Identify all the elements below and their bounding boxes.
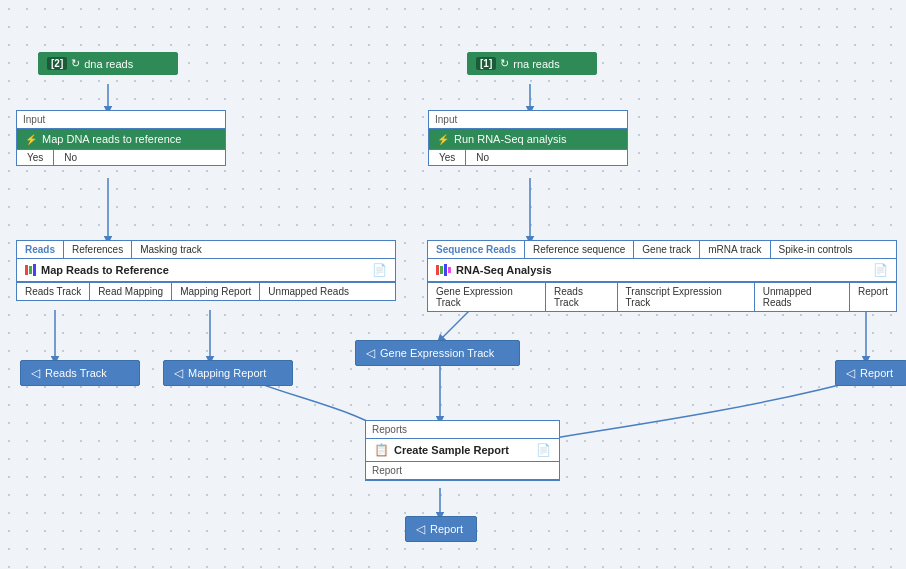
rna-output-tab-gene-expression[interactable]: Gene Expression Track <box>428 283 546 311</box>
rna-seq-box: Sequence Reads Reference sequence Gene t… <box>427 240 897 312</box>
rna-seq-title-text: RNA-Seq Analysis <box>456 264 552 276</box>
tab-reads[interactable]: Reads <box>17 241 64 258</box>
tab-mrna-track[interactable]: mRNA track <box>700 241 770 258</box>
mapping-report-output-label: Mapping Report <box>188 367 266 379</box>
reports-output-label: Report <box>366 462 559 480</box>
reports-title-bar: 📋 Create Sample Report 📄 <box>366 439 559 462</box>
tab-sequence-reads[interactable]: Sequence Reads <box>428 241 525 258</box>
report-right-output: ◁ Report <box>835 360 906 386</box>
gene-expression-track-output: ◁ Gene Expression Track <box>355 340 520 366</box>
map-reads-tabs: Reads References Masking track <box>17 241 395 259</box>
map-reads-title-text: Map Reads to Reference <box>41 264 169 276</box>
reports-doc-icon[interactable]: 📄 <box>536 443 551 457</box>
input-right-box: Input ⚡ Run RNA-Seq analysis Yes No <box>428 110 628 166</box>
mapping-report-output: ◁ Mapping Report <box>163 360 293 386</box>
input-left-yes[interactable]: Yes <box>17 150 54 165</box>
tab-masking-track[interactable]: Masking track <box>132 241 210 258</box>
output-tab-read-mapping[interactable]: Read Mapping <box>90 283 172 300</box>
rna-reads-badge: [1] <box>476 57 496 70</box>
map-reads-doc-icon[interactable]: 📄 <box>372 263 387 277</box>
report-final-label: Report <box>430 523 463 535</box>
tab-spike-in-controls[interactable]: Spike-in controls <box>771 241 861 258</box>
input-right-process: ⚡ Run RNA-Seq analysis <box>429 129 627 150</box>
reads-track-output: ◁ Reads Track <box>20 360 140 386</box>
rna-seq-tabs: Sequence Reads Reference sequence Gene t… <box>428 241 896 259</box>
dna-reads-node: [2] ↻ dna reads <box>38 52 178 75</box>
reports-title: 📋 Create Sample Report <box>374 443 509 457</box>
input-right-label: Input <box>429 111 627 129</box>
input-left-no[interactable]: No <box>54 150 87 165</box>
output-tab-mapping-report[interactable]: Mapping Report <box>172 283 260 300</box>
rna-seq-doc-icon[interactable]: 📄 <box>873 263 888 277</box>
report-final-output: ◁ Report <box>405 516 477 542</box>
input-right-process-label: Run RNA-Seq analysis <box>454 133 567 145</box>
rna-output-tab-reads-track[interactable]: Reads Track <box>546 283 618 311</box>
input-left-process-label: Map DNA reads to reference <box>42 133 181 145</box>
dna-reads-label: dna reads <box>84 58 133 70</box>
map-reads-title-bar: Map Reads to Reference 📄 <box>17 259 395 282</box>
reports-label: Reports <box>366 421 559 439</box>
gene-expression-track-label: Gene Expression Track <box>380 347 494 359</box>
input-left-box: Input ⚡ Map DNA reads to reference Yes N… <box>16 110 226 166</box>
output-tab-unmapped-reads[interactable]: Unmapped Reads <box>260 283 357 300</box>
rna-reads-node: [1] ↻ rna reads <box>467 52 597 75</box>
dna-reads-badge: [2] <box>47 57 67 70</box>
tab-gene-track[interactable]: Gene track <box>634 241 700 258</box>
rna-output-tab-report[interactable]: Report <box>850 283 896 311</box>
rna-reads-label: rna reads <box>513 58 559 70</box>
report-right-label: Report <box>860 367 893 379</box>
reads-track-output-label: Reads Track <box>45 367 107 379</box>
rna-seq-title-bar: RNA-Seq Analysis 📄 <box>428 259 896 282</box>
input-right-no[interactable]: No <box>466 150 499 165</box>
input-right-yes[interactable]: Yes <box>429 150 466 165</box>
map-reads-box: Reads References Masking track Map Reads… <box>16 240 396 301</box>
input-left-process: ⚡ Map DNA reads to reference <box>17 129 225 150</box>
map-reads-title: Map Reads to Reference <box>25 264 169 276</box>
output-tab-reads-track[interactable]: Reads Track <box>17 283 90 300</box>
reports-title-text: Create Sample Report <box>394 444 509 456</box>
tab-references[interactable]: References <box>64 241 132 258</box>
rna-seq-title: RNA-Seq Analysis <box>436 264 552 276</box>
reports-box: Reports 📋 Create Sample Report 📄 Report <box>365 420 560 481</box>
svg-line-6 <box>440 310 470 340</box>
map-reads-output-tabs: Reads Track Read Mapping Mapping Report … <box>17 282 395 300</box>
input-left-label: Input <box>17 111 225 129</box>
tab-reference-sequence[interactable]: Reference sequence <box>525 241 634 258</box>
rna-output-tab-unmapped-reads[interactable]: Unmapped Reads <box>755 283 850 311</box>
rna-seq-output-tabs: Gene Expression Track Reads Track Transc… <box>428 282 896 311</box>
rna-output-tab-transcript-expression[interactable]: Transcript Expression Track <box>618 283 755 311</box>
